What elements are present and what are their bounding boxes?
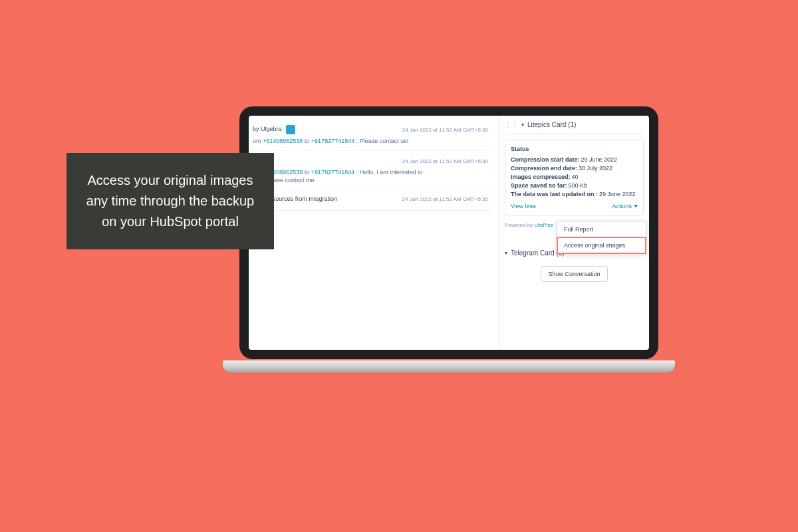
show-conversation-button[interactable]: Show Conversation	[541, 266, 607, 282]
view-less-link[interactable]: View less	[511, 203, 536, 209]
activity-timestamp: 24 Jun 2022 at 11:52 AM GMT+5:30	[402, 196, 488, 202]
phone-link[interactable]: +917827741844	[311, 169, 354, 176]
activity-body: om +61408062538 to +917827741844 : Hello…	[253, 168, 488, 184]
app-screen: by Ulgebra 24 Jun 2022 at 11:57 AM GMT+5…	[249, 116, 649, 350]
phone-link[interactable]: +917827741844	[311, 138, 354, 144]
chevron-down-icon[interactable]: ▾	[505, 250, 507, 256]
phone-link[interactable]: +61408062538	[263, 138, 303, 144]
activity-feed: by Ulgebra 24 Jun 2022 at 11:57 AM GMT+5…	[249, 116, 499, 350]
activity-item[interactable]: by Ulgebra 24 Jun 2022 at 11:57 AM GMT+5…	[249, 120, 492, 151]
status-row: Space saved so far:500 Kb	[511, 182, 638, 189]
status-row: Images compressed:40	[511, 174, 638, 180]
activity-timestamp: 24 Jun 2022 at 11:52 AM GMT+5:30	[402, 158, 488, 164]
sidebar: ⋮⋮ ▾ Litepics Card (1) Status Compressio…	[499, 116, 649, 350]
status-row: Compression end date:30 July 2022	[511, 165, 638, 172]
laptop-base	[223, 360, 675, 372]
brand-link[interactable]: LitePics	[534, 222, 553, 228]
status-heading: Status	[511, 146, 638, 152]
activity-author: by Ulgebra	[253, 125, 295, 134]
dropdown-access-original-images[interactable]: Access original images	[557, 237, 646, 253]
annotation-callout: Access your original images any time thr…	[66, 153, 274, 249]
activity-item[interactable]: 24 Jun 2022 at 11:52 AM GMT+5:30 om +614…	[249, 151, 492, 190]
laptop-frame: by Ulgebra 24 Jun 2022 at 11:57 AM GMT+5…	[239, 106, 658, 359]
callout-text: Access your original images any time thr…	[86, 173, 254, 229]
actions-dropdown: Full Report Access original images	[557, 221, 646, 254]
activity-timestamp: 24 Jun 2022 at 11:57 AM GMT+5:30	[402, 127, 488, 133]
activity-body: om +61408062538 to +917827741844 : Pleas…	[253, 137, 488, 145]
status-row: Compression start date:29 June 2022	[511, 156, 638, 163]
litepics-card-title: Litepics Card (1)	[527, 121, 576, 128]
drag-handle-icon[interactable]: ⋮⋮	[505, 121, 518, 128]
activity-item[interactable]: Offline Sources from Integration 24 Jun …	[249, 190, 492, 211]
laptop-mockup: by Ulgebra 24 Jun 2022 at 11:57 AM GMT+5…	[239, 106, 658, 366]
caret-down-icon	[634, 205, 638, 207]
chevron-down-icon[interactable]: ▾	[521, 122, 524, 128]
actions-dropdown-toggle[interactable]: Actions	[612, 203, 638, 209]
dropdown-full-report[interactable]: Full Report	[557, 221, 646, 237]
litepics-status-box: Status Compression start date:29 June 20…	[505, 140, 644, 215]
status-row: The data was last updated on :29 June 20…	[511, 191, 638, 198]
litepics-card-header[interactable]: ⋮⋮ ▾ Litepics Card (1)	[505, 120, 644, 134]
integration-badge-icon	[286, 125, 295, 134]
